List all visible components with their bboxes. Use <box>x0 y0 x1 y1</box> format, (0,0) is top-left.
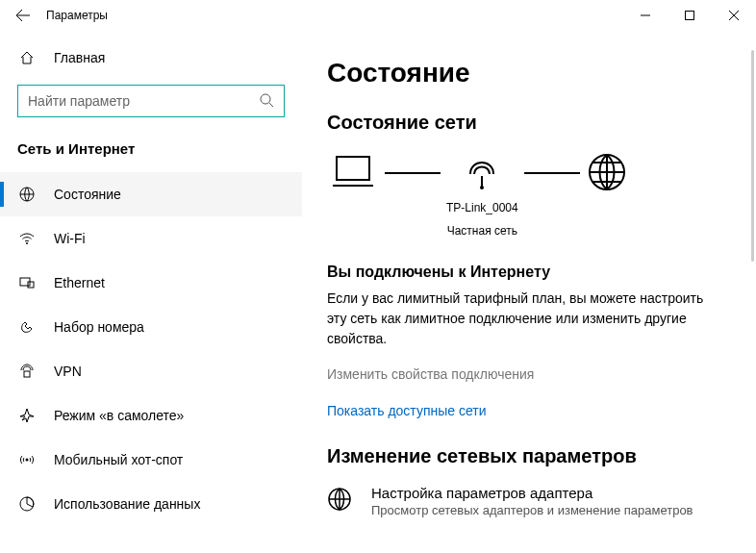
search-box[interactable] <box>17 85 285 117</box>
adapter-settings-row[interactable]: Настройка параметров адаптера Просмотр с… <box>327 485 731 517</box>
diagram-router: TP-Link_0004 Частная сеть <box>446 151 518 239</box>
diagram-pc <box>327 151 379 193</box>
svg-rect-0 <box>686 12 694 20</box>
status-icon <box>17 186 37 203</box>
minimize-icon <box>641 11 650 20</box>
window-title: Параметры <box>46 9 108 22</box>
svg-point-7 <box>26 459 29 462</box>
connected-title: Вы подключены к Интернету <box>327 264 731 281</box>
nav-item-label: Мобильный хот-спот <box>54 452 183 467</box>
diagram-ssid: TP-Link_0004 <box>446 201 518 216</box>
ethernet-icon <box>17 274 37 291</box>
diagram-globe <box>586 151 628 193</box>
titlebar-left: Параметры <box>0 0 108 31</box>
hotspot-icon <box>17 451 37 468</box>
adapter-globe-icon <box>327 487 358 515</box>
svg-rect-5 <box>28 282 34 288</box>
link-show-networks[interactable]: Показать доступные сети <box>327 403 731 418</box>
sidebar-category: Сеть и Интернет <box>0 133 302 172</box>
container: Главная Сеть и Интернет Состояние Wi-Fi … <box>0 31 756 553</box>
diagram-line <box>385 172 441 174</box>
nav-item-label: Набор номера <box>54 319 144 335</box>
nav-item-datausage[interactable]: Использование данных <box>0 482 302 526</box>
wifi-large-icon <box>461 151 503 193</box>
arrow-left-icon <box>15 8 31 23</box>
section-title-change: Изменение сетевых параметров <box>327 445 731 467</box>
nav-item-dialup[interactable]: Набор номера <box>0 305 302 349</box>
sidebar-home[interactable]: Главная <box>0 38 302 77</box>
svg-rect-9 <box>337 157 369 180</box>
minimize-button[interactable] <box>623 0 668 31</box>
dialup-icon <box>17 318 37 336</box>
nav-item-label: Состояние <box>54 187 121 202</box>
diagram-nettype: Частная сеть <box>447 224 517 239</box>
titlebar: Параметры <box>0 0 756 31</box>
search-icon <box>259 92 274 111</box>
nav-item-hotspot[interactable]: Мобильный хот-спот <box>0 438 302 482</box>
nav-list: Состояние Wi-Fi Ethernet Набор номера VP… <box>0 172 302 526</box>
nav-item-label: VPN <box>54 364 82 379</box>
adapter-sub: Просмотр сетевых адаптеров и изменение п… <box>371 503 693 517</box>
nav-item-wifi[interactable]: Wi-Fi <box>0 216 302 261</box>
network-diagram: TP-Link_0004 Частная сеть <box>327 151 731 239</box>
sidebar-home-label: Главная <box>54 50 105 65</box>
wifi-icon <box>17 230 37 247</box>
maximize-button[interactable] <box>668 0 712 31</box>
diagram-line <box>524 172 580 174</box>
globe-icon <box>586 151 628 193</box>
page-title: Состояние <box>327 58 731 88</box>
sidebar: Главная Сеть и Интернет Состояние Wi-Fi … <box>0 31 302 553</box>
nav-item-label: Ethernet <box>54 275 105 290</box>
nav-item-vpn[interactable]: VPN <box>0 349 302 393</box>
content: Состояние Состояние сети TP-Link_0004 Ча… <box>302 31 756 553</box>
window-controls <box>623 0 756 31</box>
svg-point-1 <box>261 94 270 104</box>
adapter-text: Настройка параметров адаптера Просмотр с… <box>371 485 693 517</box>
scrollbar[interactable] <box>751 50 754 262</box>
back-button[interactable] <box>0 0 46 31</box>
vpn-icon <box>17 363 37 380</box>
search-input[interactable] <box>28 93 259 109</box>
svg-point-3 <box>26 242 28 244</box>
nav-item-label: Wi-Fi <box>54 231 86 246</box>
close-button[interactable] <box>712 0 756 31</box>
link-change-props[interactable]: Изменить свойства подключения <box>327 366 731 382</box>
nav-item-ethernet[interactable]: Ethernet <box>0 261 302 305</box>
close-icon <box>729 11 739 20</box>
nav-item-airplane[interactable]: Режим «в самолете» <box>0 393 302 438</box>
datausage-icon <box>17 495 37 513</box>
svg-point-10 <box>480 186 484 189</box>
adapter-title: Настройка параметров адаптера <box>371 485 693 501</box>
airplane-icon <box>17 407 37 424</box>
search-wrap <box>0 77 302 133</box>
nav-item-status[interactable]: Состояние <box>0 172 302 216</box>
home-icon <box>17 50 37 65</box>
section-title-status: Состояние сети <box>327 112 731 134</box>
maximize-icon <box>685 11 694 20</box>
connected-desc: Если у вас лимитный тарифный план, вы мо… <box>327 289 712 349</box>
laptop-icon <box>327 151 379 193</box>
nav-item-label: Использование данных <box>54 496 200 512</box>
svg-rect-6 <box>24 371 30 377</box>
nav-item-label: Режим «в самолете» <box>54 408 184 423</box>
